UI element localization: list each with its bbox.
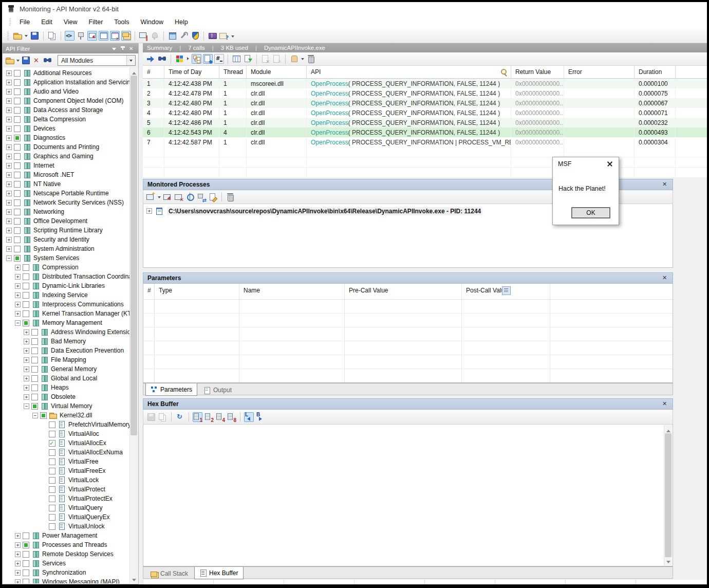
- column-header-duration[interactable]: Duration: [635, 66, 676, 78]
- tree-checkbox[interactable]: [49, 458, 55, 465]
- tree-item[interactable]: Application Installation and Servicing: [3, 78, 130, 87]
- tree-expander-icon[interactable]: [6, 163, 12, 169]
- tree-item[interactable]: VirtualProtectEx: [3, 494, 130, 503]
- little-endian-icon[interactable]: L: [244, 412, 254, 422]
- tree-item[interactable]: VirtualProtect: [3, 485, 130, 494]
- tree-item[interactable]: Dynamic-Link Libraries: [3, 281, 130, 290]
- close-icon[interactable]: [661, 181, 668, 188]
- window-icon[interactable]: [167, 31, 177, 41]
- tree-checkbox[interactable]: [14, 218, 21, 225]
- tree-item[interactable]: VirtualUnlock: [3, 522, 130, 531]
- hex-buffer-content[interactable]: [143, 425, 673, 566]
- tree-expander-icon[interactable]: [24, 339, 29, 344]
- tree-expander-icon[interactable]: [15, 283, 21, 289]
- close-icon[interactable]: [606, 160, 613, 168]
- tree-checkbox[interactable]: [31, 338, 38, 345]
- tree-checkbox[interactable]: [14, 255, 21, 262]
- tree-expander-icon[interactable]: [15, 552, 21, 557]
- options-icon[interactable]: [179, 31, 189, 41]
- tree-checkbox[interactable]: [23, 579, 29, 584]
- column-header-return[interactable]: Return Value: [511, 66, 564, 78]
- api-call-row[interactable]: 1 4:12:42.438 PM 1 mscoreei.dll OpenProc…: [143, 79, 707, 88]
- group-4-bytes-icon[interactable]: 4: [215, 412, 225, 422]
- copy-icon[interactable]: [47, 31, 57, 41]
- tree-scrollbar[interactable]: [129, 67, 138, 583]
- tree-expander-icon[interactable]: [15, 292, 21, 298]
- close-icon[interactable]: [661, 274, 668, 282]
- find-icon[interactable]: [157, 54, 167, 64]
- tree-expander-icon[interactable]: [15, 302, 21, 307]
- tree-item[interactable]: Devices: [3, 124, 130, 133]
- column-header-module[interactable]: Module: [247, 66, 307, 78]
- tree-item[interactable]: Audio and Video: [3, 87, 130, 96]
- tree-checkbox[interactable]: [23, 283, 29, 289]
- tree-expander-icon[interactable]: [24, 394, 29, 400]
- tree-expander-icon[interactable]: [24, 385, 29, 391]
- tree-expander-icon[interactable]: [6, 80, 12, 85]
- tree-checkbox[interactable]: [49, 431, 55, 437]
- tree-checkbox[interactable]: [49, 486, 55, 493]
- xml-view-icon[interactable]: [65, 31, 74, 41]
- tree-expander-icon[interactable]: [6, 117, 12, 122]
- tree-checkbox[interactable]: [14, 144, 21, 151]
- tree-expander-icon[interactable]: [6, 70, 12, 76]
- column-header-thread[interactable]: Thread: [219, 66, 247, 78]
- tree-checkbox[interactable]: [14, 79, 21, 86]
- tree-checkbox[interactable]: [31, 403, 38, 410]
- tree-item[interactable]: Graphics and Gaming: [3, 152, 130, 161]
- scroll-up-icon[interactable]: [664, 425, 672, 433]
- delete-icon[interactable]: [306, 54, 316, 64]
- tree-checkbox[interactable]: [14, 70, 21, 77]
- save-icon[interactable]: [30, 31, 40, 41]
- tree-item[interactable]: Scripting Runtime Library: [3, 226, 130, 235]
- tree-checkbox[interactable]: [14, 88, 21, 95]
- tree-item[interactable]: System Services: [3, 253, 130, 263]
- tree-checkbox[interactable]: [49, 440, 55, 447]
- tab-call-stack[interactable]: Call Stack: [145, 567, 193, 580]
- tree-checkbox[interactable]: [14, 153, 21, 160]
- close-icon[interactable]: [661, 400, 668, 408]
- close-icon[interactable]: [128, 46, 135, 52]
- tree-item[interactable]: Data Access and Storage: [3, 105, 130, 115]
- tree-item[interactable]: Delta Compression: [3, 115, 130, 124]
- tree-expander-icon[interactable]: [6, 154, 12, 159]
- monitor-new-process-icon[interactable]: [146, 192, 156, 202]
- tree-expander-icon[interactable]: [15, 274, 21, 280]
- tree-item[interactable]: Address Windowing Extensions: [3, 327, 130, 337]
- pause-alerts-icon[interactable]: [150, 31, 160, 41]
- running-processes-panel-icon[interactable]: [110, 31, 120, 41]
- menu-item[interactable]: Window: [135, 15, 169, 29]
- group-2-bytes-icon[interactable]: 2: [204, 412, 214, 422]
- scrollbar-thumb[interactable]: [130, 76, 137, 435]
- tree-item[interactable]: Office Development: [3, 216, 130, 226]
- group-8-bytes-icon[interactable]: 8: [227, 412, 236, 422]
- locate-process-icon[interactable]: [185, 192, 195, 202]
- tree-checkbox[interactable]: [14, 98, 21, 104]
- tree-checkbox[interactable]: [31, 375, 38, 382]
- tree-item[interactable]: Data Execution Prevention: [3, 346, 130, 355]
- tree-checkbox[interactable]: [49, 468, 55, 474]
- dropdown-arrow-icon[interactable]: [16, 56, 20, 65]
- pin-icon[interactable]: [119, 46, 126, 52]
- switch-process-icon[interactable]: [197, 192, 207, 202]
- tree-expander-icon[interactable]: [6, 191, 12, 196]
- parameters-column-header[interactable]: #: [143, 284, 155, 299]
- parameters-column-header[interactable]: Name: [239, 284, 345, 299]
- tree-checkbox[interactable]: [14, 107, 21, 114]
- tree-item[interactable]: PrefetchVirtualMemory: [3, 420, 130, 429]
- tree-expander-icon[interactable]: [32, 413, 38, 418]
- tree-checkbox[interactable]: [49, 505, 55, 511]
- tree-item[interactable]: General Memory: [3, 364, 130, 374]
- tree-expander-icon[interactable]: [24, 357, 29, 363]
- tree-expander-icon[interactable]: [24, 366, 29, 372]
- tree-checkbox[interactable]: [14, 246, 21, 252]
- scroll-up-icon[interactable]: [130, 67, 138, 75]
- tree-checkbox[interactable]: [23, 320, 29, 326]
- parameters-column-header[interactable]: Pre-Call Value: [345, 284, 462, 299]
- tree-checkbox[interactable]: [31, 329, 38, 336]
- process-icon[interactable]: [76, 31, 86, 41]
- help-book-icon[interactable]: [208, 31, 217, 41]
- tree-expander-icon[interactable]: [6, 209, 12, 215]
- tree-checkbox[interactable]: [14, 116, 21, 123]
- api-call-row[interactable]: 4 4:12:42.480 PM 1 clr.dll OpenProcess (…: [143, 108, 707, 118]
